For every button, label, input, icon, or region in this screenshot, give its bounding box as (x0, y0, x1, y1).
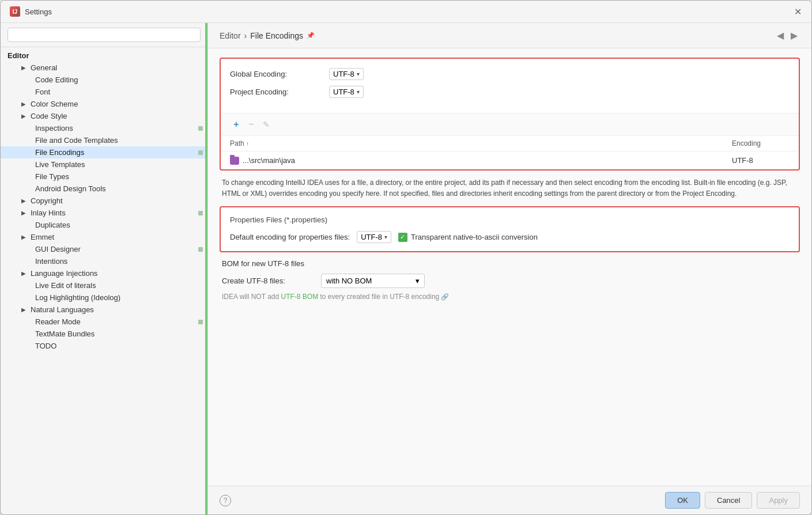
editor-label: Editor (7, 51, 29, 60)
remove-path-button[interactable]: − (245, 118, 258, 131)
nav-back-arrow[interactable]: ◀ (775, 29, 786, 42)
main-content: 🔍 Editor ▶ General Code Editing (1, 23, 811, 514)
title-bar: IJ Settings ✕ (1, 1, 811, 23)
bom-row: Create UTF-8 files: with NO BOM ▾ (222, 274, 798, 288)
sidebar-item-gui-designer[interactable]: GUI Designer (1, 243, 207, 255)
breadcrumb-separator: › (244, 31, 247, 40)
sidebar-resize-handle[interactable] (205, 23, 207, 514)
inspections-label: Inspections (35, 124, 73, 132)
reader-mode-label: Reader Mode (35, 317, 81, 326)
sidebar-item-live-templates[interactable]: Live Templates (1, 158, 207, 171)
properties-encoding-arrow: ▾ (384, 234, 387, 240)
bom-note-utf8: UTF-8 BOM (281, 293, 318, 301)
sidebar-item-file-code-templates[interactable]: File and Code Templates (1, 134, 207, 146)
path-value: ...\src\main\java (243, 156, 732, 165)
add-path-button[interactable]: + (230, 118, 243, 131)
help-button[interactable]: ? (220, 495, 231, 506)
bom-title: BOM for new UTF-8 files (222, 259, 798, 268)
sidebar-item-general[interactable]: ▶ General (1, 62, 207, 74)
properties-section-title: Properties Files (*.properties) (230, 215, 790, 224)
search-input[interactable] (7, 28, 201, 42)
sidebar-item-todo[interactable]: TODO (1, 340, 207, 352)
properties-row: Default encoding for properties files: U… (230, 231, 790, 243)
textmate-bundles-label: TextMate Bundles (35, 330, 95, 338)
font-label: Font (35, 88, 50, 96)
sidebar-item-android-design-tools[interactable]: Android Design Tools (1, 183, 207, 195)
sort-arrow-icon: ↑ (246, 141, 249, 147)
close-button[interactable]: ✕ (794, 7, 802, 16)
sidebar-item-log-highlighting[interactable]: Log Highlighting (Ideolog) (1, 291, 207, 304)
sidebar-item-font[interactable]: Font (1, 86, 207, 98)
breadcrumb-pin-icon: 📌 (307, 32, 315, 39)
sidebar-item-natural-languages[interactable]: ▶ Natural Languages (1, 304, 207, 316)
bom-note: IDEA will NOT add UTF-8 BOM to every cre… (222, 293, 798, 301)
sidebar-item-reader-mode[interactable]: Reader Mode (1, 316, 207, 328)
sidebar-item-language-injections[interactable]: ▶ Language Injections (1, 267, 207, 279)
sidebar-item-duplicates[interactable]: Duplicates (1, 219, 207, 231)
global-encoding-dropdown[interactable]: UTF-8 ▾ (329, 68, 364, 80)
emmet-label: Emmet (31, 233, 54, 241)
sidebar-item-inlay-hints[interactable]: ▶ Inlay Hints (1, 207, 207, 219)
log-highlighting-label: Log Highlighting (Ideolog) (35, 293, 120, 302)
path-table-row[interactable]: ...\src\main\java UTF-8 (221, 152, 799, 169)
sidebar-item-copyright[interactable]: ▶ Copyright (1, 195, 207, 207)
breadcrumb-current: File Encodings (250, 31, 303, 40)
cancel-button[interactable]: Cancel (705, 492, 752, 509)
ok-button[interactable]: OK (665, 492, 700, 509)
file-encodings-label: File Encodings (35, 148, 84, 157)
project-encoding-dropdown[interactable]: UTF-8 ▾ (329, 86, 364, 98)
sidebar-item-live-edit-literals[interactable]: Live Edit of literals (1, 279, 207, 291)
global-encoding-arrow: ▾ (357, 71, 360, 77)
chevron-icon-em: ▶ (21, 234, 28, 240)
sidebar-item-code-style[interactable]: ▶ Code Style (1, 110, 207, 122)
right-panel: Editor › File Encodings 📌 ◀ ▶ Global Enc… (208, 23, 811, 514)
sidebar-item-file-encodings[interactable]: File Encodings (1, 146, 207, 158)
properties-red-box: Properties Files (*.properties) Default … (220, 206, 800, 252)
sidebar-item-textmate-bundles[interactable]: TextMate Bundles (1, 328, 207, 340)
bom-dropdown[interactable]: with NO BOM ▾ (321, 274, 425, 288)
bom-dropdown-arrow: ▾ (416, 277, 420, 285)
create-utf8-label: Create UTF-8 files: (222, 277, 314, 285)
path-table-header: Path ↑ Encoding (221, 136, 799, 152)
live-templates-label: Live Templates (35, 160, 85, 169)
bom-value: with NO BOM (326, 277, 372, 285)
duplicates-label: Duplicates (35, 221, 70, 229)
apply-button[interactable]: Apply (757, 492, 800, 509)
language-injections-label: Language Injections (31, 269, 97, 278)
natural-languages-label: Natural Languages (31, 305, 94, 314)
file-code-templates-label: File and Code Templates (35, 136, 118, 145)
bottom-bar: ? OK Cancel Apply (208, 486, 811, 514)
breadcrumb-parent: Editor (220, 31, 241, 40)
sidebar-item-editor[interactable]: Editor (1, 50, 207, 62)
chevron-icon-cst: ▶ (21, 113, 28, 119)
bottom-buttons: OK Cancel Apply (665, 492, 800, 509)
encoding-description: To change encoding IntelliJ IDEA uses fo… (220, 177, 800, 199)
sidebar-item-color-scheme[interactable]: ▶ Color Scheme (1, 98, 207, 110)
sidebar-item-code-editing[interactable]: Code Editing (1, 74, 207, 86)
project-encoding-row: Project Encoding: UTF-8 ▾ (230, 86, 790, 98)
sidebar-marker-inspections (198, 126, 203, 131)
project-encoding-arrow: ▾ (357, 89, 360, 95)
chevron-icon-cs: ▶ (21, 101, 28, 107)
sidebar-item-intentions[interactable]: Intentions (1, 255, 207, 267)
chevron-icon: ▶ (21, 65, 28, 71)
encoding-red-box: Global Encoding: UTF-8 ▾ Project Encodin… (220, 58, 800, 171)
gui-designer-label: GUI Designer (35, 245, 81, 253)
breadcrumb: Editor › File Encodings 📌 (220, 31, 315, 40)
title-bar-left: IJ Settings (10, 6, 52, 17)
search-wrapper: 🔍 (7, 28, 201, 42)
external-link-icon[interactable]: 🔗 (439, 293, 449, 300)
properties-encoding-dropdown[interactable]: UTF-8 ▾ (357, 231, 391, 243)
sidebar-item-file-types[interactable]: File Types (1, 171, 207, 183)
global-encoding-label: Global Encoding: (230, 70, 322, 78)
todo-label: TODO (35, 342, 56, 350)
nav-forward-arrow[interactable]: ▶ (788, 29, 800, 42)
transparent-conversion-checkbox[interactable]: ✓ Transparent native-to-ascii conversion (398, 233, 538, 242)
chevron-icon-nl: ▶ (21, 306, 28, 313)
chevron-icon-li: ▶ (21, 270, 28, 277)
sidebar-item-emmet[interactable]: ▶ Emmet (1, 231, 207, 243)
properties-encoding-value: UTF-8 (361, 233, 382, 241)
sidebar-item-inspections[interactable]: Inspections (1, 122, 207, 134)
edit-path-button[interactable]: ✎ (260, 118, 273, 131)
search-box: 🔍 (1, 23, 207, 47)
